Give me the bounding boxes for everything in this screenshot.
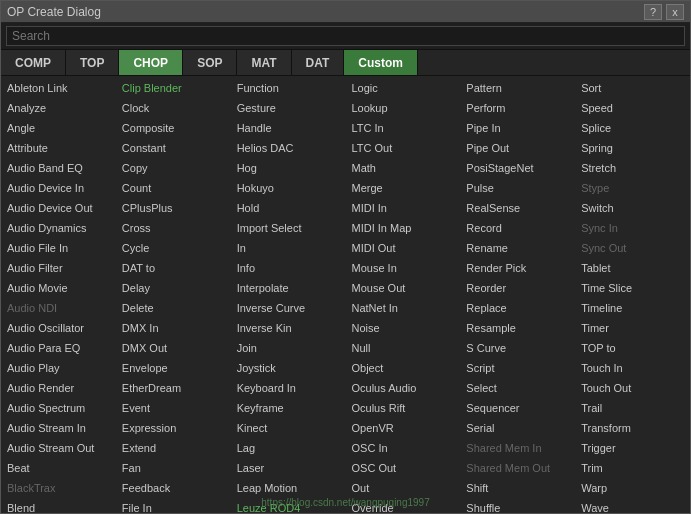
list-item[interactable]: Shared Mem In	[460, 438, 575, 458]
list-item[interactable]: Stype	[575, 178, 690, 198]
list-item[interactable]: MIDI In Map	[346, 218, 461, 238]
tab-chop[interactable]: CHOP	[119, 50, 183, 75]
list-item[interactable]: Analyze	[1, 98, 116, 118]
close-button[interactable]: x	[666, 4, 684, 20]
list-item[interactable]: Import Select	[231, 218, 346, 238]
list-item[interactable]: Lag	[231, 438, 346, 458]
list-item[interactable]: DMX In	[116, 318, 231, 338]
list-item[interactable]: NatNet In	[346, 298, 461, 318]
list-item[interactable]: Timeline	[575, 298, 690, 318]
list-item[interactable]: Timer	[575, 318, 690, 338]
list-item[interactable]: Render Pick	[460, 258, 575, 278]
list-item[interactable]: Stretch	[575, 158, 690, 178]
list-item[interactable]: Cross	[116, 218, 231, 238]
list-item[interactable]: Script	[460, 358, 575, 378]
list-item[interactable]: OSC In	[346, 438, 461, 458]
list-item[interactable]: Null	[346, 338, 461, 358]
list-item[interactable]: Sync In	[575, 218, 690, 238]
list-item[interactable]: Blend	[1, 498, 116, 513]
list-item[interactable]: Audio Spectrum	[1, 398, 116, 418]
list-item[interactable]: Function	[231, 78, 346, 98]
list-item[interactable]: Delete	[116, 298, 231, 318]
list-item[interactable]: Select	[460, 378, 575, 398]
list-item[interactable]: TOP to	[575, 338, 690, 358]
list-item[interactable]: Lookup	[346, 98, 461, 118]
list-item[interactable]: Rename	[460, 238, 575, 258]
list-item[interactable]: Spring	[575, 138, 690, 158]
list-item[interactable]: BlackTrax	[1, 478, 116, 498]
list-item[interactable]: Audio Stream Out	[1, 438, 116, 458]
list-item[interactable]: MIDI Out	[346, 238, 461, 258]
tab-dat[interactable]: DAT	[292, 50, 345, 75]
list-item[interactable]: RealSense	[460, 198, 575, 218]
list-item[interactable]: PosiStageNet	[460, 158, 575, 178]
list-item[interactable]: Pulse	[460, 178, 575, 198]
tab-custom[interactable]: Custom	[344, 50, 418, 75]
list-item[interactable]: Hokuyo	[231, 178, 346, 198]
list-item[interactable]: Gesture	[231, 98, 346, 118]
list-item[interactable]: Merge	[346, 178, 461, 198]
list-item[interactable]: Tablet	[575, 258, 690, 278]
list-item[interactable]: Perform	[460, 98, 575, 118]
list-item[interactable]: Audio NDI	[1, 298, 116, 318]
list-item[interactable]: Helios DAC	[231, 138, 346, 158]
list-item[interactable]: Warp	[575, 478, 690, 498]
list-item[interactable]: File In	[116, 498, 231, 513]
list-item[interactable]: Audio File In	[1, 238, 116, 258]
list-item[interactable]: Audio Stream In	[1, 418, 116, 438]
list-item[interactable]: Resample	[460, 318, 575, 338]
list-item[interactable]: Kinect	[231, 418, 346, 438]
list-item[interactable]: CPlusPlus	[116, 198, 231, 218]
list-item[interactable]: Out	[346, 478, 461, 498]
list-item[interactable]: Inverse Kin	[231, 318, 346, 338]
list-item[interactable]: Audio Dynamics	[1, 218, 116, 238]
list-item[interactable]: Audio Movie	[1, 278, 116, 298]
list-item[interactable]: Cycle	[116, 238, 231, 258]
list-item[interactable]: Touch Out	[575, 378, 690, 398]
list-item[interactable]: Audio Oscillator	[1, 318, 116, 338]
list-item[interactable]: Noise	[346, 318, 461, 338]
list-item[interactable]: Hold	[231, 198, 346, 218]
list-item[interactable]: Audio Filter	[1, 258, 116, 278]
list-item[interactable]: Object	[346, 358, 461, 378]
search-input[interactable]	[6, 26, 685, 46]
list-item[interactable]: Hog	[231, 158, 346, 178]
list-item[interactable]: Audio Device In	[1, 178, 116, 198]
list-item[interactable]: Pattern	[460, 78, 575, 98]
list-item[interactable]: Sync Out	[575, 238, 690, 258]
list-item[interactable]: Angle	[1, 118, 116, 138]
list-item[interactable]: Constant	[116, 138, 231, 158]
list-item[interactable]: Delay	[116, 278, 231, 298]
list-item[interactable]: Mouse Out	[346, 278, 461, 298]
list-item[interactable]: Audio Band EQ	[1, 158, 116, 178]
list-item[interactable]: Trail	[575, 398, 690, 418]
list-item[interactable]: Trim	[575, 458, 690, 478]
list-item[interactable]: Info	[231, 258, 346, 278]
list-item[interactable]: Extend	[116, 438, 231, 458]
list-item[interactable]: Envelope	[116, 358, 231, 378]
list-item[interactable]: Feedback	[116, 478, 231, 498]
list-item[interactable]: Speed	[575, 98, 690, 118]
list-item[interactable]: Interpolate	[231, 278, 346, 298]
list-item[interactable]: Sequencer	[460, 398, 575, 418]
list-item[interactable]: Join	[231, 338, 346, 358]
list-item[interactable]: EtherDream	[116, 378, 231, 398]
list-item[interactable]: Oculus Rift	[346, 398, 461, 418]
list-item[interactable]: LTC Out	[346, 138, 461, 158]
tab-comp[interactable]: COMP	[1, 50, 66, 75]
list-item[interactable]: Logic	[346, 78, 461, 98]
list-item[interactable]: Transform	[575, 418, 690, 438]
list-item[interactable]: In	[231, 238, 346, 258]
list-item[interactable]: Shared Mem Out	[460, 458, 575, 478]
list-item[interactable]: Shift	[460, 478, 575, 498]
list-item[interactable]: S Curve	[460, 338, 575, 358]
list-item[interactable]: Audio Render	[1, 378, 116, 398]
tab-sop[interactable]: SOP	[183, 50, 237, 75]
list-item[interactable]: Pipe Out	[460, 138, 575, 158]
list-item[interactable]: Mouse In	[346, 258, 461, 278]
list-item[interactable]: Shuffle	[460, 498, 575, 513]
list-item[interactable]: Beat	[1, 458, 116, 478]
list-item[interactable]: Wave	[575, 498, 690, 513]
list-item[interactable]: Event	[116, 398, 231, 418]
list-item[interactable]: Composite	[116, 118, 231, 138]
